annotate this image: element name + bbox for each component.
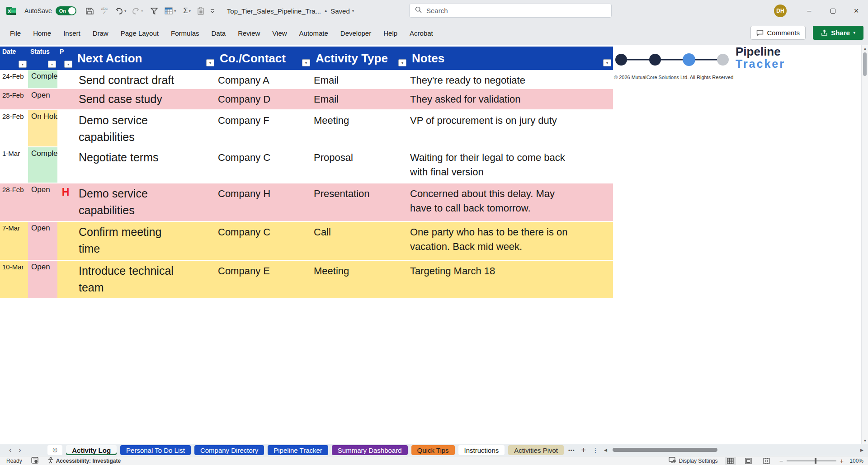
cell-date[interactable]: 24-Feb	[0, 70, 28, 88]
more-sheets-button[interactable]: •••	[568, 447, 575, 453]
redo-button[interactable]: ▾	[132, 7, 143, 15]
cell-action[interactable]: Demo service capabilities	[74, 110, 216, 146]
undo-dropdown-chevron[interactable]: ▾	[124, 9, 126, 13]
autosum-icon[interactable]: Σ▾	[183, 6, 191, 15]
ribbon-tab-developer[interactable]: Developer	[340, 29, 371, 37]
share-button[interactable]: Share ▾	[813, 26, 863, 40]
clipboard-icon[interactable]	[197, 7, 204, 15]
cell-notes[interactable]: Concerned about this delay. May have to …	[408, 183, 613, 221]
undo-button[interactable]: ▾	[115, 7, 126, 15]
normal-view-button[interactable]	[725, 457, 736, 465]
filter-button-status[interactable]: ▾	[48, 61, 56, 68]
vertical-scrollbar[interactable]: ▲ ▼	[861, 45, 868, 444]
ribbon-tab-insert[interactable]: Insert	[63, 29, 80, 37]
document-filename[interactable]: Top_Tier_Sales_Pipeline_Tra...	[227, 7, 321, 15]
vertical-scrollbar-thumb[interactable]	[863, 52, 867, 76]
cell-type[interactable]: Presentation	[312, 183, 408, 221]
autosave-toggle[interactable]: On	[56, 6, 76, 15]
minimize-button[interactable]: –	[797, 0, 821, 22]
document-title[interactable]: Top_Tier_Sales_Pipeline_Tra... • Saved ▾	[227, 7, 354, 15]
cell-company[interactable]: Company H	[216, 183, 312, 221]
zoom-in-button[interactable]: +	[840, 457, 844, 465]
ribbon-tab-view[interactable]: View	[272, 29, 287, 37]
sheet-nav-left[interactable]: ‹	[9, 446, 11, 454]
cell-type[interactable]: Call	[312, 222, 408, 260]
zoom-percentage[interactable]: 100%	[847, 458, 863, 464]
cell-company[interactable]: Company C	[216, 222, 312, 260]
page-layout-view-button[interactable]	[743, 457, 754, 465]
cell-date[interactable]: 10-Mar	[0, 261, 28, 298]
maximize-button[interactable]	[821, 0, 844, 22]
cell-notes[interactable]: They're ready to negotiate	[408, 70, 613, 88]
filter-icon[interactable]	[150, 7, 158, 15]
sheet-tab-personal-to-do-list[interactable]: Personal To Do List	[120, 445, 191, 455]
ribbon-tab-automate[interactable]: Automate	[299, 29, 328, 37]
cell-date[interactable]: 7-Mar	[0, 222, 28, 260]
sheet-tab-company-directory[interactable]: Company Directory	[194, 445, 264, 455]
filter-button-type[interactable]: ▾	[398, 59, 406, 66]
cell-type[interactable]: Meeting	[312, 261, 408, 298]
hscroll-left-arrow[interactable]: ◀	[604, 448, 607, 452]
accessibility-status[interactable]: Accessibility: Investigate	[47, 457, 121, 465]
zoom-slider-thumb[interactable]	[815, 458, 816, 464]
ribbon-tab-formulas[interactable]: Formulas	[171, 29, 199, 37]
document-save-status[interactable]: Saved	[330, 7, 350, 15]
cell-status[interactable]: Open	[28, 183, 57, 221]
cell-p[interactable]	[57, 70, 74, 88]
cell-notes[interactable]: Targeting March 18	[408, 261, 613, 298]
cell-action[interactable]: Negotiate terms	[74, 147, 216, 183]
cell-action[interactable]: Confirm meeting time	[74, 222, 216, 260]
cell-company[interactable]: Company E	[216, 261, 312, 298]
cell-p[interactable]	[57, 222, 74, 260]
share-dropdown-chevron[interactable]: ▾	[854, 31, 855, 35]
sheet-nav-right[interactable]: ›	[19, 446, 21, 454]
cell-action[interactable]: Send case study	[74, 89, 216, 109]
cell-action[interactable]: Demo service capabilities	[74, 183, 216, 221]
sheet-tab-quick-tips[interactable]: Quick Tips	[411, 445, 455, 455]
filter-button-company[interactable]: ▾	[302, 59, 310, 66]
filter-button-action[interactable]: ▾	[206, 59, 214, 66]
ribbon-tab-help[interactable]: Help	[383, 29, 397, 37]
cell-status[interactable]: Complete	[28, 147, 57, 183]
cell-date[interactable]: 28-Feb	[0, 110, 28, 146]
cell-p[interactable]	[57, 261, 74, 298]
ribbon-tab-review[interactable]: Review	[238, 29, 260, 37]
hscroll-right-arrow[interactable]: ▶	[860, 448, 863, 452]
horizontal-scrollbar[interactable]: ◀ ▶	[604, 447, 863, 453]
ribbon-tab-file[interactable]: File	[10, 29, 21, 37]
avatar[interactable]: DH	[774, 5, 787, 17]
cell-status[interactable]: Open	[28, 222, 57, 260]
cell-notes[interactable]: They asked for validation	[408, 89, 613, 109]
cell-type[interactable]: Email	[312, 70, 408, 88]
cell-p[interactable]	[57, 147, 74, 183]
quick-access-overflow-icon[interactable]	[210, 8, 215, 14]
search-input[interactable]	[426, 7, 589, 14]
ribbon-tab-draw[interactable]: Draw	[93, 29, 108, 37]
cell-date[interactable]: 28-Feb	[0, 183, 28, 221]
macro-record-icon[interactable]	[31, 457, 38, 465]
table-dropdown-chevron[interactable]: ▾	[174, 9, 176, 13]
cell-type[interactable]: Proposal	[312, 147, 408, 183]
display-settings-button[interactable]: Display Settings	[669, 457, 718, 465]
cell-status[interactable]: On Hold	[28, 110, 57, 146]
ribbon-tab-home[interactable]: Home	[33, 29, 51, 37]
search-box[interactable]	[409, 4, 612, 18]
scroll-up-arrow[interactable]: ▲	[862, 45, 868, 52]
scroll-down-arrow[interactable]: ▼	[862, 437, 868, 444]
comments-button[interactable]: Comments	[750, 26, 806, 40]
filter-button-date[interactable]: ▾	[19, 61, 27, 68]
sheet-tab-activity-log[interactable]: Activity Log	[66, 445, 117, 455]
zoom-slider[interactable]	[787, 460, 836, 461]
excel-app-icon[interactable]: X	[6, 6, 16, 16]
cell-action[interactable]: Send contract draft	[74, 70, 216, 88]
ribbon-tab-page-layout[interactable]: Page Layout	[121, 29, 159, 37]
cell-date[interactable]: 1-Mar	[0, 147, 28, 183]
sheet-menu-button[interactable]: ⋮	[592, 446, 599, 454]
cell-status[interactable]: Complete	[28, 70, 57, 88]
format-as-table-icon[interactable]: ▾	[165, 7, 176, 15]
ribbon-tab-acrobat[interactable]: Acrobat	[410, 29, 433, 37]
cell-notes[interactable]: One party who has to be there is on vaca…	[408, 222, 613, 260]
cell-company[interactable]: Company D	[216, 89, 312, 109]
cell-status[interactable]: Open	[28, 89, 57, 109]
cell-action[interactable]: Introduce technical team	[74, 261, 216, 298]
